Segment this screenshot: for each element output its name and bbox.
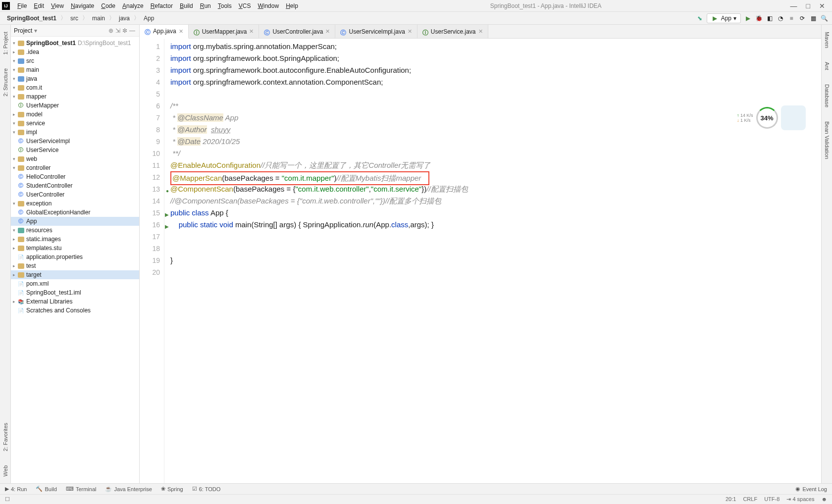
tool-terminal[interactable]: ⌨ Terminal — [66, 486, 97, 492]
code-line-10[interactable]: **/ — [170, 148, 821, 159]
menu-run[interactable]: Run — [197, 2, 214, 9]
debug-icon[interactable]: 🐞 — [755, 14, 763, 22]
tool-build[interactable]: 🔨 Build — [36, 486, 56, 492]
minimize-icon[interactable]: — — [790, 2, 797, 10]
tool-ant[interactable]: Ant — [824, 60, 830, 72]
tree-node-app[interactable]: ⒸApp — [11, 217, 139, 226]
close-tab-icon[interactable]: ✕ — [249, 28, 254, 35]
indent-info[interactable]: ⇥ 4 spaces — [786, 496, 814, 503]
tool-maven[interactable]: Maven — [824, 30, 830, 50]
code-line-17[interactable] — [170, 231, 821, 243]
menu-tools[interactable]: Tools — [214, 2, 235, 9]
code-line-4[interactable]: import org.springframework.context.annot… — [170, 76, 821, 88]
settings-icon[interactable]: ✼ — [122, 27, 129, 34]
tab-usermapper[interactable]: ⒾUserMapper.java✕ — [189, 25, 260, 38]
code-line-9[interactable]: * @Date 2020/10/25 — [170, 136, 821, 148]
tree-node--idea[interactable]: ▸.idea — [11, 48, 139, 56]
close-tab-icon[interactable]: ✕ — [478, 28, 483, 35]
code-editor[interactable]: ↑ 14 K/s↓ 1 K/s 34% import org.mybatis.s… — [164, 39, 821, 483]
event-log[interactable]: ◉ Event Log — [795, 486, 827, 492]
code-line-12[interactable]: @MapperScan(basePackages = "com.it.mappe… — [170, 171, 821, 183]
scratches[interactable]: 📄Scratches and Consoles — [11, 306, 139, 315]
tree-root[interactable]: ▾ SpringBoot_test1 D:\SpringBoot_test1 — [11, 39, 139, 48]
tree-node-userservice[interactable]: ⒾUserService — [11, 146, 139, 154]
tab-userservice[interactable]: ⒾUserService.java✕ — [417, 25, 488, 38]
tool-structure[interactable]: 2: Structure — [2, 66, 8, 99]
maximize-icon[interactable]: □ — [806, 2, 810, 10]
tool-todo[interactable]: ☑ 6: TODO — [192, 486, 221, 492]
build-icon[interactable]: ⬊ — [696, 14, 704, 22]
close-tab-icon[interactable]: ✕ — [179, 28, 183, 35]
close-icon[interactable]: ✕ — [819, 2, 825, 10]
breadcrumb-app[interactable]: App — [141, 14, 157, 22]
menu-code[interactable]: Code — [98, 2, 119, 9]
breadcrumb-main[interactable]: main — [89, 14, 108, 22]
menu-edit[interactable]: Edit — [30, 2, 48, 9]
close-tab-icon[interactable]: ✕ — [325, 28, 330, 35]
profile-icon[interactable]: ◔ — [777, 14, 784, 22]
code-line-6[interactable]: /** — [170, 100, 821, 112]
menu-view[interactable]: View — [48, 2, 67, 9]
breadcrumb-java[interactable]: java — [116, 14, 133, 22]
locate-icon[interactable]: ⊕ — [108, 27, 115, 34]
tool-web[interactable]: Web — [2, 463, 8, 478]
tree-node-java[interactable]: ▾java — [11, 74, 139, 83]
tree-node-templates-stu[interactable]: ▸templates.stu — [11, 244, 139, 252]
project-tree[interactable]: ▾ SpringBoot_test1 D:\SpringBoot_test1 ▸… — [11, 37, 139, 483]
run-config-selector[interactable]: ▶ App ▾ — [707, 13, 741, 23]
menu-help[interactable]: Help — [282, 2, 302, 9]
hide-icon[interactable]: — — [129, 27, 136, 34]
code-line-16[interactable]: public static void main(String[] args) {… — [170, 219, 821, 231]
code-line-7[interactable]: * @ClassName App — [170, 112, 821, 124]
tree-node-impl[interactable]: ▾impl — [11, 128, 139, 137]
menu-refactor[interactable]: Refactor — [147, 2, 176, 9]
gutter[interactable]: 12345678910111213●1415▶16▶17181920 — [140, 39, 164, 483]
tree-node-mapper[interactable]: ▾mapper — [11, 92, 139, 101]
tree-node-main[interactable]: ▾main — [11, 65, 139, 74]
tab-userserviceimpl[interactable]: ⒸUserServiceImpl.java✕ — [335, 25, 417, 38]
code-line-2[interactable]: import org.springframework.boot.SpringAp… — [170, 52, 821, 64]
tree-node-service[interactable]: ▾service — [11, 119, 139, 128]
code-line-13[interactable]: @ComponentScan(basePackages = {"com.it.w… — [170, 183, 821, 195]
tree-node-globalexceptionhandler[interactable]: ⒸGlobalExceptionHandler — [11, 208, 139, 217]
code-line-1[interactable]: import org.mybatis.spring.annotation.Map… — [170, 41, 821, 52]
tool-java-enterprise[interactable]: ☕ Java Enterprise — [105, 486, 152, 492]
tool-spring[interactable]: ❀ Spring — [161, 486, 183, 492]
tool-bean-validation[interactable]: Bean Validation — [824, 119, 830, 161]
inspection-icon[interactable]: ☻ — [821, 496, 827, 503]
breadcrumb-springboot_test1[interactable]: SpringBoot_test1 — [4, 14, 59, 22]
line-separator[interactable]: CRLF — [743, 496, 757, 503]
code-line-18[interactable] — [170, 243, 821, 254]
tab-usercontroller[interactable]: ⒸUserController.java✕ — [259, 25, 335, 38]
code-line-14[interactable]: //@ComponentScan(basePackages = {"com.it… — [170, 195, 821, 207]
menu-analyze[interactable]: Analyze — [119, 2, 147, 9]
tree-node-usermapper[interactable]: ⒾUserMapper — [11, 101, 139, 110]
menu-build[interactable]: Build — [176, 2, 197, 9]
tab-app[interactable]: ⒸApp.java✕ — [140, 25, 189, 39]
tree-node-com-it[interactable]: ▾com.it — [11, 83, 139, 92]
tool-favorites[interactable]: 2: Favorites — [2, 421, 8, 453]
code-line-8[interactable]: * @Author shuyy — [170, 124, 821, 136]
tree-node-userserviceimpl[interactable]: ⒸUserServiceImpl — [11, 137, 139, 146]
code-line-19[interactable]: } — [170, 254, 821, 266]
file-encoding[interactable]: UTF-8 — [764, 496, 780, 503]
menu-navigate[interactable]: Navigate — [67, 2, 98, 9]
tree-node-usercontroller[interactable]: ⒸUserController — [11, 190, 139, 199]
tree-node-studentcontroller[interactable]: ⒸStudentController — [11, 181, 139, 190]
update-icon[interactable]: ⟳ — [798, 14, 806, 22]
tree-node-pom-xml[interactable]: 📄pom.xml — [11, 279, 139, 288]
coverage-icon[interactable]: ◧ — [766, 14, 774, 22]
tree-node-src[interactable]: ▾src — [11, 56, 139, 65]
tree-node-model[interactable]: ▸model — [11, 110, 139, 119]
code-line-15[interactable]: public class App { — [170, 207, 821, 219]
code-line-3[interactable]: import org.springframework.boot.autoconf… — [170, 64, 821, 76]
menu-file[interactable]: File — [14, 2, 30, 9]
external-libraries[interactable]: ▸📚External Libraries — [11, 297, 139, 306]
tool-run[interactable]: ▶ 4: Run — [5, 486, 27, 492]
cursor-position[interactable]: 20:1 — [726, 496, 736, 503]
tool-project[interactable]: 1: Project — [2, 30, 8, 56]
tree-node-target[interactable]: ▸target — [11, 270, 139, 279]
search-everywhere-icon[interactable]: 🔍 — [820, 14, 828, 22]
code-line-11[interactable]: @EnableAutoConfiguration//只能写一个，这里配置了，其它… — [170, 159, 821, 171]
menu-vcs[interactable]: VCS — [235, 2, 255, 9]
